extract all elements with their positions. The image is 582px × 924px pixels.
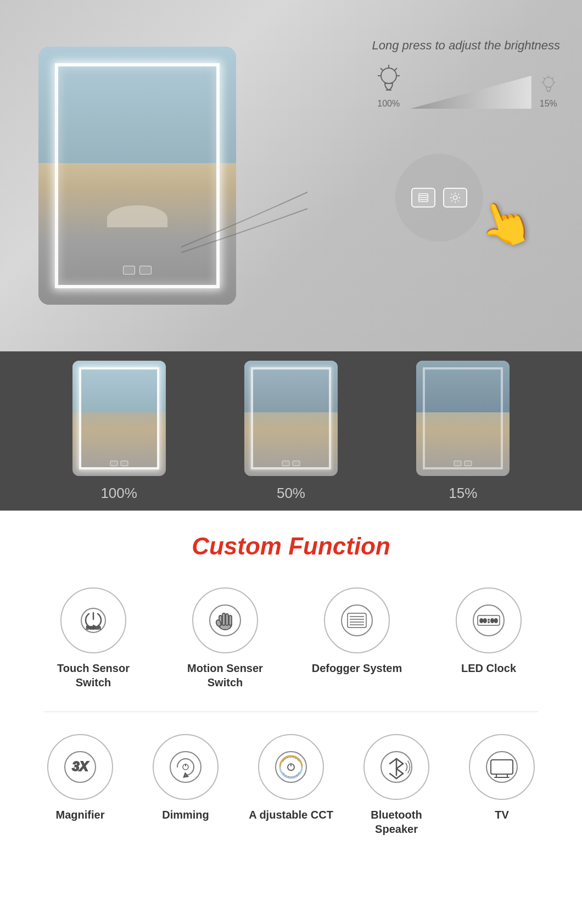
svg-text:3X: 3X [72,759,89,774]
thumb-50-label: 50% [277,485,305,502]
svg-point-40 [170,752,201,782]
motion-sensor-circle [192,587,258,653]
function-magnifier: 3X Magnifier [31,734,130,822]
touch-sensor-circle: Switch [60,587,126,653]
connector-arrow [165,137,357,275]
svg-point-29 [342,605,372,636]
function-row-2: 3X Magnifier Dimming [11,734,571,836]
tv-label: TV [495,808,509,822]
function-cct: A djustable CCT [242,734,340,822]
svg-rect-27 [229,615,232,625]
bulb-100: 100% [375,64,402,109]
function-defogger: Defogger System [307,587,406,675]
svg-rect-26 [226,614,228,625]
mirror-50: 50% [244,361,338,502]
defogger-circle [324,587,390,653]
mirror-15: 15% [416,361,510,502]
svg-text:00:00: 00:00 [479,618,497,624]
svg-point-4 [453,195,457,199]
pct-15-label: 15% [540,99,557,109]
function-divider [44,712,538,712]
brightness-diagram: 100% 15% [372,64,560,109]
brightness-comparison: 100% 50% [0,351,582,511]
svg-rect-30 [348,613,366,628]
svg-line-15 [552,77,553,79]
svg-line-52 [396,774,403,779]
top-section: 👆 Long press to adjust the brightness 10… [0,0,582,351]
thumb-15-label: 15% [449,485,477,502]
bluetooth-label: BluetoothSpeaker [371,808,422,836]
svg-line-54 [390,774,396,779]
svg-line-49 [396,759,403,764]
svg-line-16 [543,77,545,79]
function-touch-sensor: Switch Touch SensorSwitch [44,587,143,690]
svg-line-8 [394,68,397,71]
function-led-clock: 00:00 LED Clock [439,587,538,675]
pct-100-label: 100% [377,99,400,109]
function-motion-sensor: Motion SenserSwitch [176,587,275,690]
bulb-15: 15% [540,74,557,109]
touch-sensor-label: Touch SensorSwitch [57,661,130,690]
defogger-btn [411,188,435,208]
led-clock-circle: 00:00 [456,587,522,653]
cct-circle [258,734,324,800]
dimming-label: Dimming [162,808,209,822]
brightness-wedge [411,76,531,109]
svg-line-51 [396,769,403,774]
svg-text:Switch: Switch [86,625,101,630]
defogger-label: Defogger System [312,661,402,675]
magnifier-label: Magnifier [56,808,105,822]
cct-label: A djustable CCT [249,808,333,822]
function-row-1: Switch Touch SensorSwitch [11,587,571,690]
function-dimming: Dimming [136,734,235,822]
cct-btn [443,188,467,208]
led-clock-label: LED Clock [461,661,516,675]
mirror-100: 100% [72,361,166,502]
dimming-circle [153,734,219,800]
brightness-label: Long press to adjust the brightness [372,38,560,53]
svg-line-9 [380,68,383,71]
custom-function-title: Custom Function [11,533,571,560]
brightness-info: Long press to adjust the brightness 100% [372,38,560,109]
function-bluetooth: BluetoothSpeaker [347,734,446,836]
bluetooth-circle [363,734,429,800]
svg-rect-56 [491,760,513,774]
svg-line-53 [390,759,396,764]
motion-sensor-label: Motion SenserSwitch [187,661,263,690]
svg-marker-41 [183,772,188,777]
zoom-circle [395,154,483,242]
svg-rect-25 [222,613,225,625]
custom-function-section: Custom Function Switch Touch SensorSwitc… [0,511,582,869]
function-tv: TV [452,734,551,822]
magnifier-circle: 3X [47,734,113,800]
thumb-100-label: 100% [100,485,137,502]
svg-line-50 [396,764,403,769]
tv-circle [469,734,535,800]
